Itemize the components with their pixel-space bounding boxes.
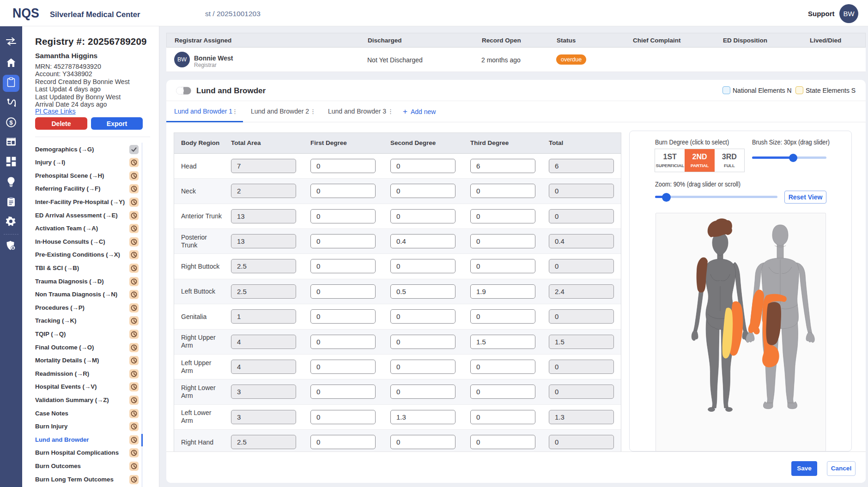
svg-text:$: $ (9, 119, 13, 126)
